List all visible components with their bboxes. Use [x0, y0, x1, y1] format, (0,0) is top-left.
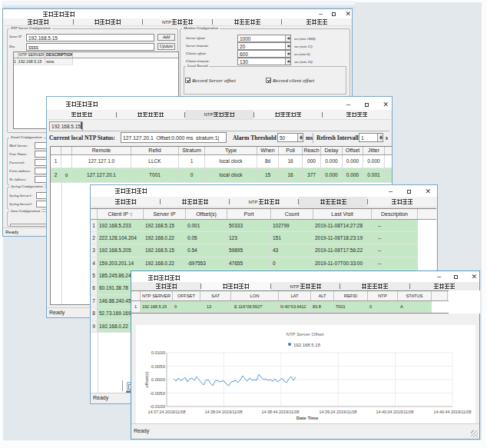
- svg-text:0.0050: 0.0050: [151, 364, 166, 369]
- svg-text:14:37:24 2019/11/08: 14:37:24 2019/11/08: [147, 410, 185, 414]
- svg-text:192.168.5.15: 192.168.5.15: [293, 343, 321, 347]
- svg-text:Date Time: Date Time: [297, 416, 319, 420]
- svg-text:offset(s): offset(s): [144, 371, 149, 388]
- svg-text:14:38:04 2019/11/08: 14:38:04 2019/11/08: [204, 410, 242, 414]
- svg-text:NTP Server Offset: NTP Server Offset: [287, 332, 324, 337]
- svg-text:0.0000: 0.0000: [151, 377, 166, 382]
- svg-text:14:38:44 2019/11/08: 14:38:44 2019/11/08: [261, 410, 299, 414]
- svg-text:-0.0050: -0.0050: [150, 391, 166, 396]
- svg-text:14:40:44 2019/11/08: 14:40:44 2019/11/08: [433, 410, 471, 414]
- svg-text:14:40:04 2019/11/08: 14:40:04 2019/11/08: [376, 410, 413, 414]
- svg-text:-0.0100: -0.0100: [150, 404, 166, 409]
- svg-text:0.0100: 0.0100: [151, 350, 166, 355]
- svg-text:14:39:24 2019/11/08: 14:39:24 2019/11/08: [319, 410, 356, 414]
